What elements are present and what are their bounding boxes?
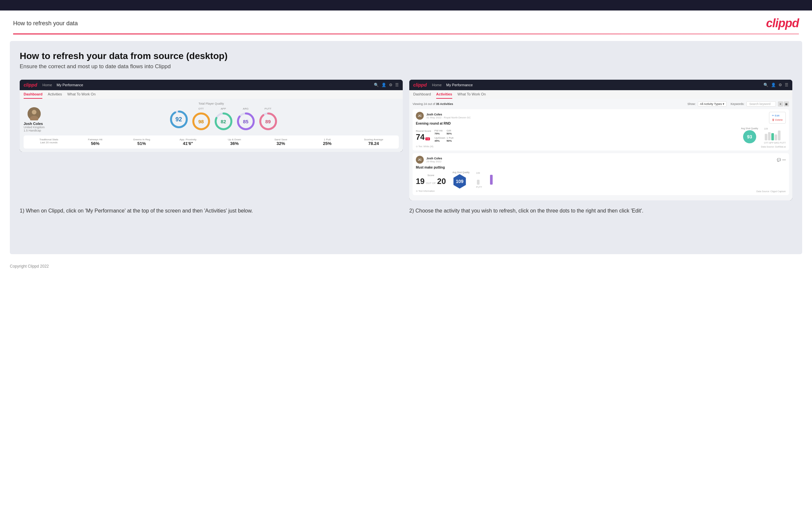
user-icon[interactable]: 👤 [382, 82, 386, 87]
card2-data: Score 19 OUT OF 20 Avg Shot Quality 109 [416, 171, 786, 188]
stat-oneputt: 1 Putt 25% [305, 138, 349, 146]
ott-donut: 98 [191, 112, 211, 131]
left-body: Total Player Quality Josh Coles [20, 99, 403, 152]
total-score-value: 92 [175, 116, 182, 123]
card1-datasource: Data Source: GolfStat.ai [761, 146, 786, 148]
card1-user-date: 31 May 2022 - Royal North Devon GC [426, 116, 774, 119]
gir-label: Greens In Reg [120, 138, 163, 141]
ott-label: OTT [199, 107, 204, 110]
oneputt-label: 1 Putt [447, 136, 458, 139]
menu-icon[interactable]: ☰ [395, 82, 399, 87]
scoring-label: Scoring Average [352, 138, 396, 141]
instruction-left-section: 1) When on Clippd, click on 'My Performa… [20, 207, 403, 215]
right-menu-icon[interactable]: ☰ [785, 82, 789, 87]
card2-avg-hex: 109 [452, 174, 467, 188]
updown-value: 36% [213, 141, 256, 146]
svg-rect-18 [490, 175, 493, 185]
total-donut: 92 [169, 110, 189, 129]
instruction-right-text: 2) Choose the activity that you wish to … [409, 207, 792, 215]
player-avatar [28, 107, 41, 120]
right-tab-whattoworkon[interactable]: What To Work On [458, 92, 486, 99]
card2-footer: ⊙ Test Information Data Source: Clippd C… [416, 190, 786, 192]
left-nav-logo: clippd [23, 82, 37, 88]
right-tab-activities[interactable]: Activities [436, 92, 452, 99]
right-settings-icon[interactable]: ⚙ [778, 82, 782, 87]
delete-menu-item[interactable]: 🗑 Delete [772, 118, 783, 122]
page-heading: How to refresh your data from source (de… [20, 51, 792, 61]
left-tabs: Dashboard Activities What To Work On [20, 90, 403, 99]
left-tab-activities[interactable]: Activities [48, 92, 62, 99]
svg-rect-19 [477, 180, 479, 185]
main-content: How to refresh your data from source (de… [10, 41, 802, 254]
card2-title: Must make putting [416, 166, 786, 169]
card1-avg-shot: Avg Shot Quality 93 [741, 127, 758, 144]
oneputt-value: 50% [447, 139, 458, 142]
card2-user-info: Josh Coles 29 May 2022 [426, 157, 774, 163]
card1-score: Round Score 74 +3 [416, 129, 431, 142]
svg-rect-14 [768, 132, 771, 140]
card2-comment-icon: 💬 [777, 158, 781, 162]
putt-circle: PUTT 89 [258, 107, 278, 131]
stat-proximity: App. Proximity 41'6" [166, 138, 210, 146]
card2-datasource: Data Source: Clippd Capture [757, 190, 786, 192]
instruction-left-text: 1) When on Clippd, click on 'My Performa… [20, 207, 403, 215]
total-score-circle: 92 [169, 110, 189, 129]
card1-footer: ⊙ Tee: White (M) Data Source: GolfStat.a… [416, 145, 786, 148]
left-tab-dashboard[interactable]: Dashboard [23, 92, 42, 99]
sandsave-value: 32% [259, 141, 303, 146]
right-nav-home[interactable]: Home [432, 83, 442, 87]
card2-user-name: Josh Coles [426, 157, 774, 160]
profile-row: Josh Coles United Kingdom 1.5 Handicap [23, 107, 399, 132]
gir-label: GIR [447, 129, 458, 132]
oneputt-label: 1 Putt [305, 138, 349, 141]
left-nav-icons: 🔍 👤 ⚙ ☰ [374, 82, 399, 87]
svg-rect-17 [778, 130, 780, 140]
screenshots-row: clippd Home My Performance 🔍 👤 ⚙ ☰ Dashb… [20, 80, 792, 201]
app-circle: APP 82 [214, 107, 233, 131]
grid-view-icon[interactable]: ▦ [784, 101, 789, 107]
card1-user-info: Josh Coles 31 May 2022 - Royal North Dev… [426, 113, 774, 119]
right-tab-dashboard[interactable]: Dashboard [413, 92, 431, 99]
total-player-quality-label: Total Player Quality [23, 102, 399, 105]
card1-header: JC Josh Coles 31 May 2022 - Royal North … [416, 112, 786, 120]
keyword-search-input[interactable]: Search keyword [746, 101, 776, 107]
app-label: APP [221, 107, 226, 110]
updown-value: 45% [435, 139, 445, 142]
right-nav-myperformance[interactable]: My Performance [446, 83, 473, 87]
updown-label: Up/Down [435, 136, 445, 139]
proximity-value: 41'6" [166, 141, 210, 146]
scoring-value: 78.24 [352, 141, 396, 146]
list-view-icon[interactable]: ≡ [778, 101, 783, 107]
search-icon[interactable]: 🔍 [374, 82, 379, 87]
arg-label: ARG [243, 107, 248, 110]
activity-type-dropdown[interactable]: All Activity Types ▾ [698, 101, 727, 107]
page-subheading: Ensure the correct and most up to date d… [20, 63, 792, 70]
right-search-icon[interactable]: 🔍 [763, 82, 768, 87]
card2-more-icon[interactable]: ••• [782, 158, 786, 162]
fw-hit-value: 79% [435, 132, 445, 135]
right-nav-links: Home My Performance [432, 83, 758, 87]
left-tab-whattoworkon[interactable]: What To Work On [67, 92, 96, 99]
right-body: Viewing 24 out of 35 Activities Show: Al… [409, 99, 792, 201]
edit-menu-item[interactable]: ✏ Edit [772, 113, 783, 118]
stat-sandsave: Sand Save 32% [259, 138, 303, 146]
show-label: Show: [688, 102, 696, 106]
card2-score: Score 19 OUT OF 20 [416, 174, 446, 186]
right-user-icon[interactable]: 👤 [771, 82, 776, 87]
putt-label: PUTT [264, 107, 271, 110]
player-handicap: 1.5 Handicap [23, 129, 45, 132]
round-score-value: 74 [416, 132, 425, 142]
card2-mini-chart: 109 PUTT [476, 172, 493, 188]
text-sections-row: 1) When on Clippd, click on 'My Performa… [20, 207, 792, 215]
card2-shots-value: 20 [437, 177, 446, 186]
card2-info: ⊙ Test Information [416, 190, 435, 192]
settings-icon[interactable]: ⚙ [389, 82, 393, 87]
footer: Copyright Clippd 2022 [0, 261, 812, 272]
gir-value: 50% [447, 132, 458, 135]
arg-circle: ARG 85 [236, 107, 256, 131]
left-nav-myperformance[interactable]: My Performance [57, 83, 83, 87]
card1-tee: ⊙ Tee: White (M) [416, 145, 433, 148]
header: How to refresh your data clippd [0, 10, 812, 34]
left-nav-home[interactable]: Home [42, 83, 52, 87]
sandsave-label: Sand Save [259, 138, 303, 141]
